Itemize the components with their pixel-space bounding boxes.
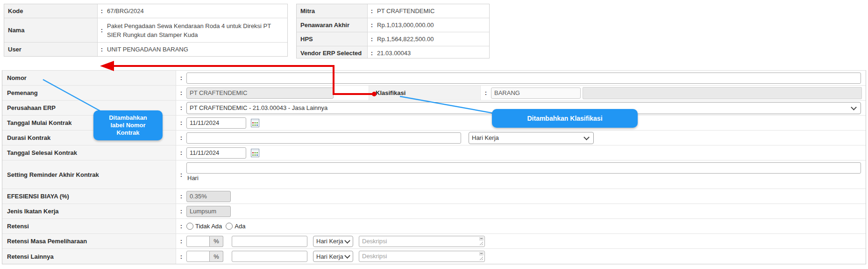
pemenang-input (186, 87, 334, 99)
calendar-icon (251, 149, 259, 157)
user-value: UNIT PENGADAAN BARANG (106, 43, 287, 56)
colon (176, 86, 186, 100)
kode-value: 67/BRG/2024 (106, 4, 287, 18)
penawaran-akhir-value: Rp.1,013,000,000.00 (376, 18, 489, 32)
tanggal-selesai-calendar-button[interactable] (250, 148, 259, 157)
nomor-label: Nomor (2, 71, 176, 85)
calendar-icon (251, 119, 259, 127)
sub-klasifikasi-disabled-input (583, 87, 862, 99)
efesiensi-label: EFESIENSI BIAYA (%) (2, 189, 176, 204)
retensi-ada-radio[interactable] (226, 223, 233, 230)
summary-row-nama: Nama Paket Pengadaan Sewa Kendaraan Roda… (4, 18, 287, 43)
efesiensi-input (186, 191, 231, 202)
jenis-ikatan-label: Jenis Ikatan Kerja (2, 204, 176, 218)
vendor-erp-label: Vendor ERP Selected (297, 46, 368, 58)
durasi-unit-select[interactable]: Hari Kerja (469, 132, 594, 144)
hps-value: Rp.1,564,822,500.00 (376, 32, 489, 46)
colon (176, 204, 186, 218)
colon (176, 160, 186, 189)
colon (176, 145, 186, 160)
colon (368, 32, 376, 46)
retensi-lainnya-percent-input[interactable] (186, 251, 210, 262)
bubble-text-line: Kontrak (116, 129, 139, 137)
reminder-label: Setting Reminder Akhir Kontrak (2, 160, 176, 189)
nama-value: Paket Pengadaan Sewa Kendaraan Roda 4 un… (106, 18, 287, 42)
colon (176, 234, 186, 248)
colon (176, 189, 186, 204)
procurement-summary-table: Kode 67/BRG/2024 Nama Paket Pengadaan Se… (4, 4, 288, 57)
form-row-nomor: Nomor (2, 71, 866, 86)
colon (176, 249, 186, 264)
form-row-jenis-ikatan: Jenis Ikatan Kerja (2, 204, 866, 219)
klasifikasi-label: Klasifikasi (369, 86, 481, 100)
form-row-retensi-lainnya: Retensi Lainnya % Hari Kerja (2, 249, 866, 264)
percent-addon: % (210, 236, 223, 247)
retensi-tidak-ada-label: Tidak Ada (195, 223, 222, 230)
colon (98, 4, 106, 18)
pemenang-label: Pemenang (2, 86, 176, 100)
colon (368, 18, 376, 32)
retensi-masa-percent-input[interactable] (186, 236, 210, 247)
colon (176, 131, 186, 145)
mitra-value: PT CRAFTENDEMIC (376, 4, 489, 18)
nama-label: Nama (4, 18, 98, 42)
jenis-ikatan-input (186, 206, 231, 217)
bubble-text-line: label Nomor (110, 122, 145, 129)
vendor-erp-value: 21.03.00043 (376, 46, 489, 58)
retensi-tidak-ada-radio[interactable] (186, 223, 193, 230)
kode-label: Kode (4, 4, 98, 18)
retensi-label: Retensi (2, 219, 176, 233)
colon (176, 71, 186, 85)
colon (481, 89, 491, 96)
summary-row-mitra: Mitra PT CRAFTENDEMIC (297, 4, 489, 18)
durasi-input[interactable] (186, 132, 461, 144)
form-row-retensi: Retensi Tidak Ada Ada (2, 219, 866, 234)
nomor-annotation-bubble: Ditambahkan label Nomor Kontrak (93, 110, 163, 140)
retensi-lainnya-deskripsi-textarea[interactable] (359, 251, 485, 262)
tanggal-mulai-input[interactable] (186, 117, 246, 129)
klasifikasi-annotation-bubble: Ditambahkan Klasifikasi (492, 109, 638, 128)
tanggal-selesai-input[interactable] (186, 147, 246, 159)
reminder-input[interactable] (186, 162, 861, 174)
retensi-lainnya-duration-input[interactable] (232, 251, 307, 262)
retensi-ada-label: Ada (235, 223, 245, 230)
bubble-text: Ditambahkan Klasifikasi (527, 115, 602, 122)
red-arrow-head (100, 61, 114, 71)
form-row-efesiensi: EFESIENSI BIAYA (%) (2, 189, 866, 204)
retensi-masa-label: Retensi Masa Pemeliharaan (2, 234, 176, 248)
retensi-masa-unit-select[interactable]: Hari Kerja (313, 236, 353, 247)
tanggal-mulai-calendar-button[interactable] (250, 118, 259, 127)
klasifikasi-input (491, 87, 581, 99)
retensi-masa-duration-input[interactable] (232, 236, 307, 247)
colon (98, 18, 106, 42)
colon (176, 219, 186, 233)
bubble-text-line: Ditambahkan (109, 114, 147, 122)
form-row-tanggal-selesai: Tanggal Selesai Kontrak (2, 145, 866, 160)
form-row-retensi-masa: Retensi Masa Pemeliharaan % Hari Kerja (2, 234, 866, 249)
summary-row-vendor-erp: Vendor ERP Selected 21.03.00043 (297, 46, 489, 58)
colon (368, 4, 376, 18)
form-row-reminder: Setting Reminder Akhir Kontrak Hari (2, 160, 866, 189)
form-row-pemenang: Pemenang Klasifikasi (2, 86, 866, 101)
contract-form: Nomor Pemenang Klasifikasi Perusahaan ER… (2, 70, 866, 264)
summary-row-hps: HPS Rp.1,564,822,500.00 (297, 32, 489, 46)
summary-row-user: User UNIT PENGADAAN BARANG (4, 43, 287, 56)
retensi-masa-deskripsi-textarea[interactable] (359, 236, 485, 247)
summary-row-penawaran-akhir: Penawaran Akhir Rp.1,013,000,000.00 (297, 18, 489, 32)
vendor-summary-table: Mitra PT CRAFTENDEMIC Penawaran Akhir Rp… (296, 4, 490, 58)
tanggal-selesai-label: Tanggal Selesai Kontrak (2, 145, 176, 160)
penawaran-akhir-label: Penawaran Akhir (297, 18, 368, 32)
reminder-unit-text: Hari (187, 174, 863, 182)
contract-form-screen: Kode 67/BRG/2024 Nama Paket Pengadaan Se… (0, 0, 868, 269)
summary-row-kode: Kode 67/BRG/2024 (4, 4, 287, 18)
percent-addon: % (210, 251, 223, 262)
colon (98, 43, 106, 56)
retensi-lainnya-label: Retensi Lainnya (2, 249, 176, 264)
user-label: User (4, 43, 98, 56)
colon (176, 116, 186, 130)
colon (368, 46, 376, 58)
colon (176, 101, 186, 115)
nomor-input[interactable] (186, 73, 861, 84)
retensi-lainnya-unit-select[interactable]: Hari Kerja (313, 251, 353, 262)
hps-label: HPS (297, 32, 368, 46)
